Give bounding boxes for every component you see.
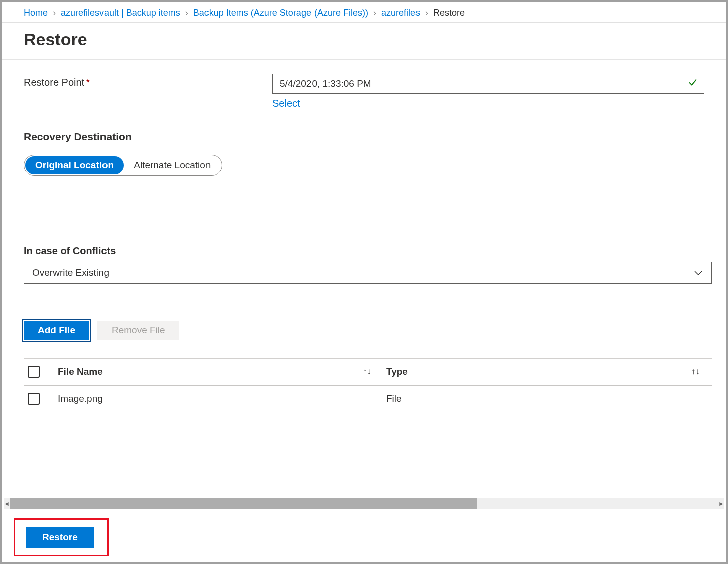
toggle-original-location[interactable]: Original Location xyxy=(25,156,124,174)
file-table: File Name ↑↓ Type ↑↓ Image.png File xyxy=(24,358,712,412)
chevron-right-icon: › xyxy=(185,8,188,18)
recovery-destination-label: Recovery Destination xyxy=(24,131,714,143)
col-header-filename[interactable]: File Name xyxy=(58,366,103,377)
chevron-down-icon xyxy=(694,267,702,278)
restore-point-input[interactable]: 5/4/2020, 1:33:06 PM xyxy=(272,74,704,94)
restore-button[interactable]: Restore xyxy=(26,527,94,548)
scroll-left-icon[interactable]: ◄ xyxy=(4,498,10,509)
footer: Restore xyxy=(4,510,724,560)
restore-point-label: Restore Point* xyxy=(24,74,272,88)
conflicts-value: Overwrite Existing xyxy=(32,267,109,278)
breadcrumb-current: Restore xyxy=(433,8,465,18)
col-header-type[interactable]: Type xyxy=(386,366,408,377)
select-all-checkbox[interactable] xyxy=(28,366,40,378)
remove-file-button: Remove File xyxy=(97,321,179,340)
table-header-row: File Name ↑↓ Type ↑↓ xyxy=(24,358,712,386)
sort-icon[interactable]: ↑↓ xyxy=(691,367,700,377)
chevron-right-icon: › xyxy=(425,8,428,18)
table-row[interactable]: Image.png File xyxy=(24,386,712,412)
restore-point-value: 5/4/2020, 1:33:06 PM xyxy=(280,78,371,89)
breadcrumb-home[interactable]: Home xyxy=(24,8,48,18)
breadcrumb: Home › azurefilesvault | Backup items › … xyxy=(2,2,726,23)
conflicts-label: In case of Conflicts xyxy=(24,245,714,257)
breadcrumb-vault[interactable]: azurefilesvault | Backup items xyxy=(61,8,180,18)
page-title: Restore xyxy=(2,23,726,60)
file-name-cell: Image.png xyxy=(58,393,103,404)
sort-icon[interactable]: ↑↓ xyxy=(363,367,371,377)
scroll-track[interactable] xyxy=(10,498,718,509)
scroll-right-icon[interactable]: ► xyxy=(718,498,724,509)
recovery-destination-toggle: Original Location Alternate Location xyxy=(24,155,222,176)
breadcrumb-share[interactable]: azurefiles xyxy=(381,8,420,18)
horizontal-scrollbar[interactable]: ◄ ► xyxy=(4,498,724,509)
file-type-cell: File xyxy=(386,393,402,404)
chevron-right-icon: › xyxy=(53,8,56,18)
row-checkbox[interactable] xyxy=(28,393,40,405)
select-restore-point-link[interactable]: Select xyxy=(272,98,300,109)
restore-highlight-box: Restore xyxy=(14,518,109,556)
breadcrumb-backup-items[interactable]: Backup Items (Azure Storage (Azure Files… xyxy=(193,8,368,18)
chevron-right-icon: › xyxy=(373,8,376,18)
conflicts-select[interactable]: Overwrite Existing xyxy=(24,262,712,284)
valid-check-icon xyxy=(688,78,698,90)
add-file-button[interactable]: Add File xyxy=(24,321,89,340)
scroll-thumb[interactable] xyxy=(10,498,477,509)
toggle-alternate-location[interactable]: Alternate Location xyxy=(124,156,221,174)
